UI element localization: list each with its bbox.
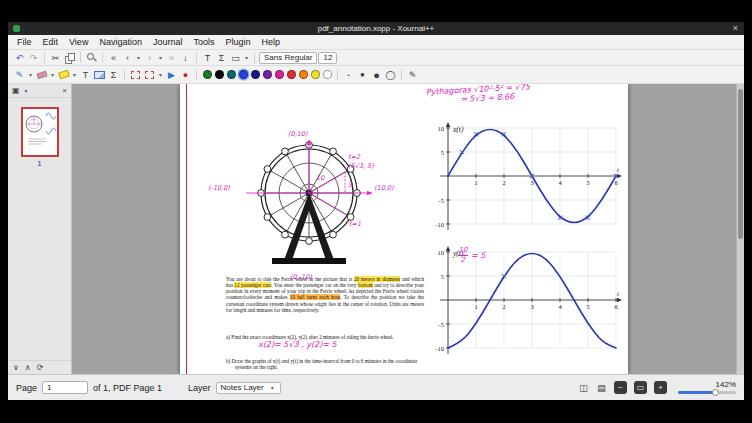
first-page-icon[interactable]: «	[107, 51, 120, 64]
layer-label: Layer	[188, 383, 211, 393]
shape-caret-icon[interactable]: ▾	[243, 54, 250, 61]
redo-icon[interactable]: ↷	[27, 51, 40, 64]
thickness-fine-icon[interactable]: •	[342, 68, 355, 81]
toolbar-separator	[44, 52, 45, 63]
svg-text:-10: -10	[435, 221, 444, 228]
eraser-caret-icon[interactable]: ▾	[49, 71, 56, 78]
layout-double-icon[interactable]: ◫	[577, 381, 590, 394]
titlebar[interactable]: pdf_annotation.xopp - Xournal++ ×	[8, 22, 744, 35]
select-region-icon[interactable]	[129, 68, 142, 81]
color-swatch-7[interactable]	[287, 70, 296, 79]
image-insert-icon[interactable]	[93, 68, 106, 81]
color-swatch-4[interactable]	[251, 70, 260, 79]
zoom-in-button[interactable]: +	[654, 381, 667, 394]
next-caret-icon[interactable]: ▾	[157, 54, 164, 61]
cut-icon[interactable]: ✂	[49, 51, 62, 64]
page-number-input[interactable]: 1	[42, 381, 88, 394]
menu-journal[interactable]: Journal	[153, 37, 183, 47]
menu-help[interactable]: Help	[262, 37, 281, 47]
zoom-slider-knob[interactable]	[712, 389, 719, 396]
thickness-thick-icon[interactable]: ●	[370, 68, 383, 81]
zoom-original-button[interactable]: ▭	[634, 381, 647, 394]
svg-text:10: 10	[438, 125, 445, 132]
zoom-out-button[interactable]: −	[614, 381, 627, 394]
svg-text:-10: -10	[435, 345, 444, 352]
toolbar-separator	[124, 69, 125, 80]
highlighted-text: bottom	[358, 282, 373, 288]
preview-layout-icon[interactable]: ▣	[12, 86, 20, 95]
eraser-tool-icon[interactable]	[35, 68, 48, 81]
tex-insert-icon[interactable]: Σ	[107, 68, 120, 81]
select-caret-icon[interactable]: ▾	[157, 71, 164, 78]
goto-page-icon[interactable]: ↓	[179, 51, 192, 64]
color-swatch-9[interactable]	[311, 70, 320, 79]
color-swatch-5[interactable]	[263, 70, 272, 79]
layer-value: Notes Layer	[221, 383, 264, 392]
color-swatch-6[interactable]	[275, 70, 284, 79]
chevron-up-icon[interactable]: ∧	[25, 363, 31, 372]
menu-navigation[interactable]: Navigation	[99, 37, 142, 47]
color-swatch-2[interactable]	[227, 70, 236, 79]
canvas-area[interactable]: Pythagoras √10²-5² = √75 = 5√3 ≈ 8.66	[72, 84, 744, 374]
next-page-icon[interactable]: ›	[143, 51, 156, 64]
previous-caret-icon[interactable]: ▾	[135, 54, 142, 61]
svg-text:5: 5	[441, 273, 444, 280]
toolbar-separator	[254, 52, 255, 63]
highlighted-text: 12 passenger cars	[234, 282, 271, 288]
copy-icon[interactable]	[63, 51, 76, 64]
text-tool-icon[interactable]: T	[201, 51, 214, 64]
select-rectangle-icon[interactable]	[143, 68, 156, 81]
color-chooser-icon[interactable]: ◯	[384, 68, 397, 81]
fraction: 10 2	[458, 247, 468, 264]
undo-icon[interactable]: ↶	[13, 51, 26, 64]
sidebar-close-icon[interactable]: ×	[62, 86, 67, 95]
previous-page-icon[interactable]: ‹	[121, 51, 134, 64]
page-thumbnail[interactable]	[21, 107, 59, 157]
search-icon[interactable]	[85, 51, 98, 64]
window-close-icon[interactable]: ×	[733, 22, 738, 35]
menu-tools[interactable]: Tools	[193, 37, 214, 47]
play-audio-icon[interactable]: ▶	[165, 68, 178, 81]
highlighter-caret-icon[interactable]: ▾	[71, 71, 78, 78]
menu-file[interactable]: File	[17, 37, 32, 47]
chevron-down-icon[interactable]: ∨	[13, 363, 19, 372]
highlighter-tool-icon[interactable]	[57, 68, 70, 81]
text-insert-icon[interactable]: T	[79, 68, 92, 81]
svg-text:4: 4	[558, 303, 562, 310]
zoom-slider[interactable]	[678, 391, 736, 394]
scrollbar-thumb[interactable]	[738, 89, 743, 239]
color-swatch-1[interactable]	[215, 70, 224, 79]
refresh-icon[interactable]: ⟳	[37, 363, 44, 372]
font-select[interactable]: Sans Regular	[259, 52, 317, 64]
pdf-page[interactable]: Pythagoras √10²-5² = √75 = 5√3 ≈ 8.66	[180, 84, 628, 374]
item-a-annotation: x(2)= 5√3 , y(2)= 5	[258, 340, 337, 349]
vertical-scrollbar[interactable]	[736, 84, 744, 374]
layer-select[interactable]: Notes Layer ▾	[216, 382, 281, 394]
window-body: ▣ ▾ × 1 ∨	[8, 84, 744, 374]
fraction-result: = 5	[471, 251, 485, 260]
last-page-icon[interactable]: »	[165, 51, 178, 64]
menu-edit[interactable]: Edit	[43, 37, 59, 47]
thickness-medium-icon[interactable]: ●	[356, 68, 369, 81]
svg-text:3: 3	[530, 303, 533, 310]
svg-text:2: 2	[502, 179, 505, 186]
toolbar-separator	[80, 52, 81, 63]
svg-text:t: t	[617, 166, 620, 174]
record-audio-icon[interactable]: ●	[179, 68, 192, 81]
preview-caret-icon[interactable]: ▾	[23, 87, 30, 94]
menu-view[interactable]: View	[69, 37, 88, 47]
layout-grid-icon[interactable]: ▤	[595, 381, 608, 394]
color-swatch-8[interactable]	[299, 70, 308, 79]
pen-caret-icon[interactable]: ▾	[27, 71, 34, 78]
menu-plugin[interactable]: Plugin	[225, 37, 250, 47]
highlighter-glyph	[58, 70, 70, 80]
tex-tool-icon[interactable]: Σ	[215, 51, 228, 64]
color-swatch-10[interactable]	[323, 70, 332, 79]
color-swatch-3[interactable]	[239, 70, 248, 79]
shape-tool-icon[interactable]: ▭	[229, 51, 242, 64]
font-size-value: 12	[323, 53, 332, 62]
color-swatch-0[interactable]	[203, 70, 212, 79]
font-size-spinner[interactable]: 12	[318, 52, 337, 64]
shape-recognizer-icon[interactable]: ✎	[406, 68, 419, 81]
pen-tool-icon[interactable]: ✎	[13, 68, 26, 81]
